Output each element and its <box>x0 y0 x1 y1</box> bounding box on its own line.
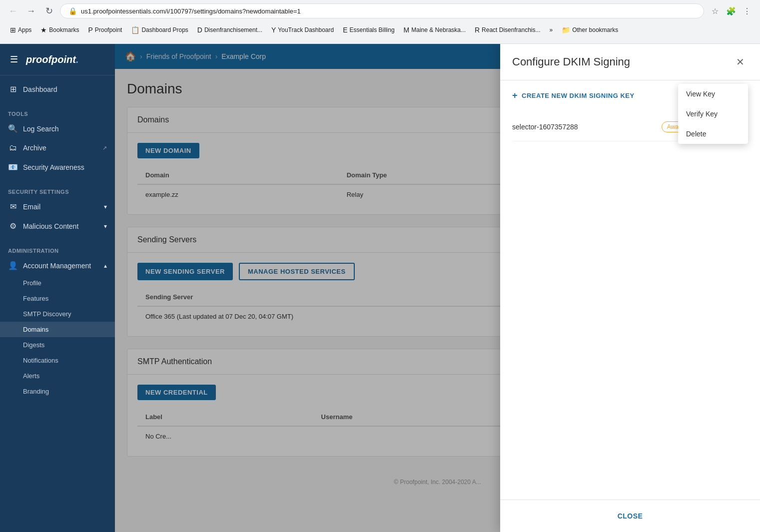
proofpoint-icon: P <box>88 26 92 34</box>
url-text: us1.proofpointessentials.com/i/100797/se… <box>81 7 696 15</box>
address-bar[interactable]: 🔒 us1.proofpointessentials.com/i/100797/… <box>60 3 704 18</box>
malicious-expand-icon: ▾ <box>104 223 107 230</box>
lock-icon: 🔒 <box>68 7 77 15</box>
apps-icon: ⊞ <box>10 26 16 34</box>
back-button[interactable]: ← <box>6 4 20 18</box>
sidebar-label-notifications: Notifications <box>23 357 58 364</box>
sidebar-label-log-search: Log Search <box>23 125 107 133</box>
dropdown-menu: View Key Verify Key Delete <box>678 84 748 144</box>
sidebar-item-notifications[interactable]: Notifications <box>0 353 115 368</box>
bookmark-youtrack[interactable]: Y YouTrack Dashboard <box>267 25 338 35</box>
sidebar-item-domains[interactable]: Domains <box>0 322 115 337</box>
d-icon: D <box>197 26 202 34</box>
side-panel-header: Configure DKIM Signing ✕ <box>500 44 760 80</box>
tools-section-label: Tools <box>0 107 115 119</box>
sidebar-item-digests[interactable]: Digests <box>0 337 115 353</box>
star-button[interactable]: ☆ <box>708 4 722 18</box>
browser-actions: ☆ 🧩 ⋮ <box>708 4 754 18</box>
browser-chrome: ← → ↻ 🔒 us1.proofpointessentials.com/i/1… <box>0 0 760 44</box>
sidebar-label-archive: Archive <box>23 144 97 152</box>
sidebar-item-alerts[interactable]: Alerts <box>0 368 115 384</box>
nav-section-main: ⊞ Dashboard <box>0 75 115 103</box>
dropdown-view-key[interactable]: View Key <box>678 84 748 104</box>
bookmark-more[interactable]: » <box>546 25 557 34</box>
dashboard-icon: 📋 <box>131 26 139 34</box>
bookmark-maine[interactable]: M Maine & Nebraska... <box>400 25 470 35</box>
create-dkim-key-label: CREATE NEW DKIM SIGNING KEY <box>522 92 635 99</box>
bookmark-bookmarks[interactable]: ★ Bookmarks <box>36 25 83 35</box>
sidebar-item-profile[interactable]: Profile <box>0 275 115 291</box>
sidebar-item-log-search[interactable]: 🔍 Log Search <box>0 119 115 138</box>
sidebar-label-profile: Profile <box>23 279 41 287</box>
email-expand-icon: ▾ <box>104 203 107 210</box>
menu-button[interactable]: ⋮ <box>740 4 754 18</box>
sidebar-label-digests: Digests <box>23 341 44 349</box>
nav-section-tools: Tools 🔍 Log Search 🗂 Archive ↗ 📧 Securit… <box>0 103 115 181</box>
folder-icon: 📁 <box>562 26 570 34</box>
bookmark-dashboard-props[interactable]: 📋 Dashboard Props <box>127 25 192 35</box>
maine-icon: M <box>404 26 410 34</box>
dropdown-verify-key[interactable]: Verify Key <box>678 104 748 124</box>
malicious-icon: ⚙ <box>8 221 18 231</box>
sidebar-item-email[interactable]: ✉ Email ▾ <box>0 197 115 216</box>
dkim-selector-text: selector-1607357288 <box>512 123 578 131</box>
extensions-button[interactable]: 🧩 <box>724 4 738 18</box>
security-section-label: Security Settings <box>0 185 115 197</box>
side-panel-title: Configure DKIM Signing <box>512 55 630 68</box>
dashboard-icon: ⊞ <box>8 84 18 94</box>
archive-badge: ↗ <box>102 145 107 151</box>
logo: proofpoint. <box>26 54 79 65</box>
bookmark-react[interactable]: R React Disenfranchis... <box>471 25 545 35</box>
bookmark-essentials[interactable]: E Essentials Billing <box>339 25 398 35</box>
sidebar-label-domains: Domains <box>23 326 48 333</box>
refresh-button[interactable]: ↻ <box>42 4 56 18</box>
sidebar-item-malicious-content[interactable]: ⚙ Malicious Content ▾ <box>0 216 115 236</box>
nav-section-security: Security Settings ✉ Email ▾ ⚙ Malicious … <box>0 181 115 240</box>
admin-section-label: Administration <box>0 244 115 256</box>
account-icon: 👤 <box>8 261 18 270</box>
essentials-icon: E <box>343 26 347 34</box>
browser-toolbar: ← → ↻ 🔒 us1.proofpointessentials.com/i/1… <box>0 0 760 22</box>
sidebar-item-branding[interactable]: Branding <box>0 384 115 399</box>
account-expand-icon: ▴ <box>104 262 107 269</box>
sidebar: ☰ proofpoint. ⊞ Dashboard Tools 🔍 Log Se… <box>0 44 115 532</box>
nav-section-admin: Administration 👤 Account Management ▴ Pr… <box>0 240 115 403</box>
sidebar-item-smtp-discovery[interactable]: SMTP Discovery <box>0 306 115 322</box>
sidebar-label-malicious-content: Malicious Content <box>23 222 99 230</box>
sidebar-item-account-management[interactable]: 👤 Account Management ▴ <box>0 256 115 275</box>
sidebar-label-account-management: Account Management <box>23 262 99 270</box>
dropdown-delete[interactable]: Delete <box>678 124 748 144</box>
side-panel-close-button[interactable]: ✕ <box>732 54 748 70</box>
side-panel-footer-close-button[interactable]: CLOSE <box>608 508 653 524</box>
search-icon: 🔍 <box>8 124 18 133</box>
sidebar-label-dashboard: Dashboard <box>23 85 107 93</box>
bookmark-disenfranchisement[interactable]: D Disenfranchisement... <box>193 25 266 35</box>
plus-icon: + <box>512 90 518 101</box>
email-icon: ✉ <box>8 202 18 211</box>
sidebar-item-dashboard[interactable]: ⊞ Dashboard <box>0 79 115 99</box>
app-container: ☰ proofpoint. ⊞ Dashboard Tools 🔍 Log Se… <box>0 44 760 532</box>
star-icon: ★ <box>40 26 47 34</box>
sidebar-label-alerts: Alerts <box>23 372 39 380</box>
side-panel-footer: CLOSE <box>500 500 760 532</box>
forward-button[interactable]: → <box>24 4 38 18</box>
hamburger-button[interactable]: ☰ <box>8 52 20 67</box>
sidebar-label-features: Features <box>23 295 48 302</box>
archive-icon: 🗂 <box>8 143 18 152</box>
youtrack-icon: Y <box>271 26 276 34</box>
sidebar-item-features[interactable]: Features <box>0 291 115 306</box>
bookmarks-bar: ⊞ Apps ★ Bookmarks P Proofpoint 📋 Dashbo… <box>0 22 760 38</box>
sidebar-item-archive[interactable]: 🗂 Archive ↗ <box>0 138 115 157</box>
logo-dot: . <box>76 54 79 65</box>
sidebar-item-security-awareness[interactable]: 📧 Security Awareness <box>0 157 115 177</box>
sidebar-label-email: Email <box>23 203 99 211</box>
bookmark-other[interactable]: 📁 Other bookmarks <box>558 25 622 35</box>
side-panel-body: + CREATE NEW DKIM SIGNING KEY selector-1… <box>500 80 760 500</box>
sidebar-label-security-awareness: Security Awareness <box>23 163 107 171</box>
bookmark-apps[interactable]: ⊞ Apps <box>6 25 35 35</box>
awareness-icon: 📧 <box>8 162 18 172</box>
bookmark-proofpoint[interactable]: P Proofpoint <box>84 25 126 35</box>
sidebar-header: ☰ proofpoint. <box>0 44 115 75</box>
sidebar-label-smtp-discovery: SMTP Discovery <box>23 310 71 318</box>
main-content: 🏠 › Friends of Proofpoint › Example Corp… <box>115 44 760 532</box>
